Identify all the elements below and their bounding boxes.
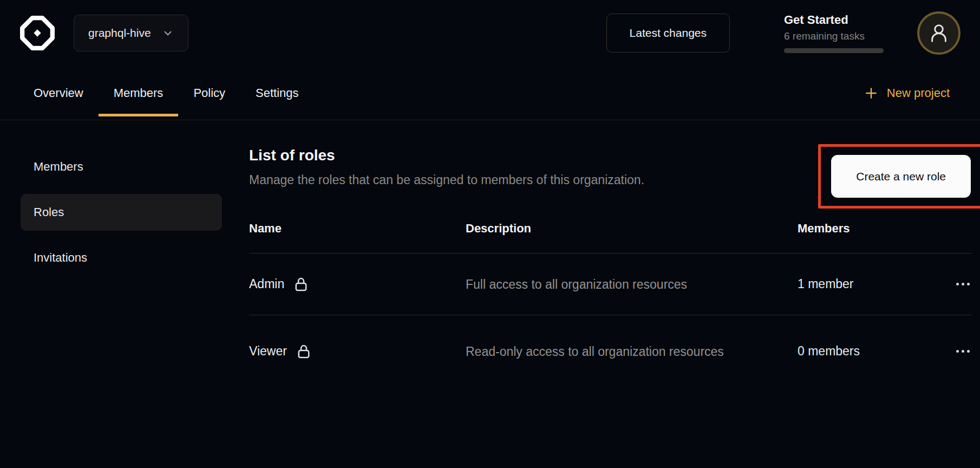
lock-icon xyxy=(297,343,311,359)
roles-table-header: Name Description Members xyxy=(249,222,972,253)
latest-changes-button[interactable]: Latest changes xyxy=(606,14,730,53)
lock-icon xyxy=(294,276,308,292)
role-members-cell: 1 member xyxy=(798,277,920,291)
role-actions-cell xyxy=(920,277,972,291)
org-switcher-button[interactable]: graphql-hive xyxy=(74,15,188,51)
members-side-nav: Members Roles Invitations xyxy=(0,120,230,276)
sidebar-item-roles[interactable]: Roles xyxy=(21,194,222,231)
roles-table: Name Description Members Admin Full acce… xyxy=(249,222,972,387)
tab-members[interactable]: Members xyxy=(99,66,179,120)
annotation-highlight-box: Create a new role xyxy=(818,144,980,209)
role-description-cell: Read-only access to all organization res… xyxy=(466,342,732,361)
chevron-down-icon xyxy=(162,27,174,39)
plus-icon xyxy=(864,86,878,100)
table-row-viewer: Viewer Read-only access to all organizat… xyxy=(249,315,972,387)
sidebar-item-invitations[interactable]: Invitations xyxy=(21,239,222,276)
new-project-button[interactable]: New project xyxy=(864,86,950,100)
tab-settings[interactable]: Settings xyxy=(240,66,314,120)
ellipsis-icon xyxy=(956,350,959,353)
roles-header: List of roles Manage the roles that can … xyxy=(249,146,972,209)
roles-header-text: List of roles Manage the roles that can … xyxy=(249,146,644,187)
new-project-label: New project xyxy=(887,86,950,100)
role-actions-cell xyxy=(920,344,972,358)
content-area: Members Roles Invitations List of roles … xyxy=(0,120,980,387)
page-title: List of roles xyxy=(249,146,644,165)
role-name-cell: Admin xyxy=(249,276,466,292)
get-started-progress-bar xyxy=(784,48,884,53)
tab-overview[interactable]: Overview xyxy=(18,66,99,120)
create-role-button[interactable]: Create a new role xyxy=(831,155,971,198)
org-name-label: graphql-hive xyxy=(88,27,151,40)
roles-panel: List of roles Manage the roles that can … xyxy=(230,120,980,387)
user-icon xyxy=(929,22,949,44)
column-header-members: Members xyxy=(798,222,920,236)
user-avatar[interactable] xyxy=(917,11,961,55)
row-menu-button[interactable] xyxy=(954,344,972,358)
column-header-name: Name xyxy=(249,222,466,236)
ellipsis-icon xyxy=(956,283,959,285)
role-description-cell: Full access to all organization resource… xyxy=(466,275,732,294)
role-name-label: Admin xyxy=(249,277,284,291)
get-started-subtitle: 6 remaining tasks xyxy=(784,30,886,42)
sidebar-item-members[interactable]: Members xyxy=(21,148,222,185)
org-tab-bar: Overview Members Policy Settings New pro… xyxy=(0,66,980,120)
role-name-label: Viewer xyxy=(249,344,287,359)
role-name-cell: Viewer xyxy=(249,343,466,359)
get-started-widget[interactable]: Get Started 6 remaining tasks xyxy=(784,13,886,53)
get-started-title: Get Started xyxy=(784,13,886,27)
top-bar: graphql-hive Latest changes Get Started … xyxy=(0,0,980,66)
hive-logo-icon[interactable] xyxy=(19,15,55,51)
tab-policy[interactable]: Policy xyxy=(178,66,240,120)
table-row-admin: Admin Full access to all organization re… xyxy=(249,253,972,315)
column-header-description: Description xyxy=(466,222,798,236)
page-description: Manage the roles that can be assigned to… xyxy=(249,172,644,187)
row-menu-button[interactable] xyxy=(954,277,972,291)
role-members-cell: 0 members xyxy=(798,344,920,359)
